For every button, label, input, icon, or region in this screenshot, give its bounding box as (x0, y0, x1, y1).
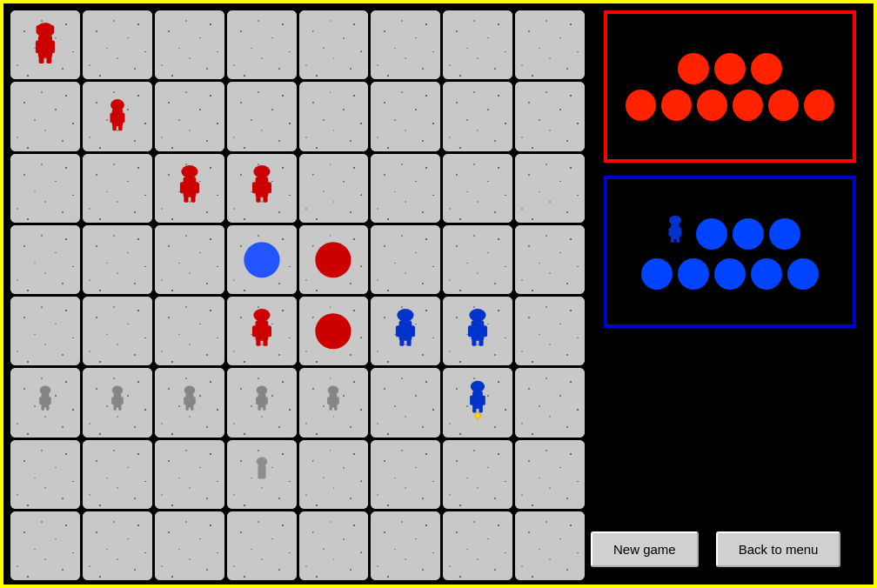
cell-3-4[interactable] (299, 225, 369, 294)
svg-rect-57 (113, 406, 116, 411)
cell-5-7[interactable] (515, 368, 585, 437)
svg-point-71 (328, 386, 338, 395)
svg-rect-79 (470, 396, 473, 405)
cell-3-0[interactable] (10, 225, 80, 294)
cell-5-0[interactable] (10, 368, 80, 437)
svg-rect-46 (479, 339, 484, 345)
cell-7-6[interactable] (443, 511, 512, 580)
cell-0-4[interactable] (299, 10, 369, 79)
buttons-panel: New game Back to menu (591, 531, 840, 567)
cell-4-1[interactable] (83, 297, 152, 365)
cell-3-1[interactable] (83, 225, 152, 294)
cell-6-3[interactable] (227, 440, 297, 509)
cell-2-2[interactable] (155, 154, 224, 223)
cell-3-6[interactable] (443, 225, 512, 294)
cell-1-3[interactable] (227, 82, 297, 150)
cell-5-4[interactable] (299, 368, 369, 437)
back-to-menu-button[interactable]: Back to menu (716, 531, 841, 567)
cell-0-6[interactable] (443, 10, 512, 79)
svg-point-41 (470, 309, 486, 322)
blue-score-box (604, 176, 856, 328)
svg-rect-42 (472, 320, 485, 341)
svg-rect-10 (110, 113, 114, 123)
cell-5-1[interactable] (83, 368, 152, 437)
cell-2-4[interactable] (299, 154, 369, 223)
cell-4-3[interactable] (227, 297, 297, 365)
cell-6-0[interactable] (10, 440, 80, 509)
blue-dot (678, 258, 709, 290)
red-dot (714, 53, 746, 84)
svg-rect-21 (255, 177, 268, 198)
cell-5-2[interactable] (155, 368, 224, 437)
svg-rect-62 (192, 398, 195, 404)
cell-2-7[interactable] (515, 154, 585, 223)
cell-6-5[interactable] (371, 440, 440, 509)
svg-rect-60 (185, 394, 193, 408)
svg-rect-39 (400, 339, 405, 345)
svg-rect-7 (50, 25, 54, 34)
cell-3-5[interactable] (371, 225, 440, 294)
svg-rect-72 (330, 394, 338, 408)
svg-rect-31 (266, 325, 271, 337)
cell-0-0[interactable] (10, 10, 80, 79)
cell-2-6[interactable] (443, 154, 512, 223)
cell-7-5[interactable] (371, 511, 440, 580)
cell-1-4[interactable] (299, 82, 369, 150)
svg-rect-43 (468, 325, 473, 337)
cell-0-7[interactable] (515, 10, 585, 79)
cell-2-1[interactable] (83, 154, 152, 223)
svg-rect-19 (191, 197, 195, 203)
cell-6-4[interactable] (299, 440, 369, 509)
cell-5-3[interactable] (227, 368, 297, 437)
cell-6-2[interactable] (155, 440, 224, 509)
svg-rect-78 (472, 391, 483, 410)
cell-1-1[interactable] (83, 82, 152, 150)
svg-rect-38 (410, 325, 415, 337)
cell-2-3[interactable] (227, 154, 297, 223)
new-game-button[interactable]: New game (591, 531, 699, 567)
cell-3-2[interactable] (155, 225, 224, 294)
cell-7-7[interactable] (515, 511, 585, 580)
svg-rect-29 (255, 320, 268, 341)
cell-7-2[interactable] (155, 511, 224, 580)
cell-2-5[interactable] (371, 154, 440, 223)
cell-4-0[interactable] (10, 297, 80, 365)
cell-5-5[interactable] (371, 368, 440, 437)
cell-0-2[interactable] (155, 10, 224, 79)
cell-0-3[interactable] (227, 10, 297, 79)
cell-3-7[interactable] (515, 225, 585, 294)
cell-6-1[interactable] (83, 440, 152, 509)
svg-rect-49 (39, 398, 42, 404)
svg-rect-76 (335, 406, 338, 411)
red-dot (804, 90, 834, 121)
cell-4-6[interactable] (443, 297, 512, 365)
cell-7-1[interactable] (83, 511, 152, 580)
cell-5-6[interactable] (443, 368, 512, 437)
cell-7-0[interactable] (10, 511, 80, 580)
cell-4-4[interactable] (299, 297, 369, 365)
cell-7-4[interactable] (299, 511, 369, 580)
game-board (10, 10, 585, 580)
cell-1-0[interactable] (10, 82, 80, 150)
cell-3-3[interactable] (227, 225, 297, 294)
cell-6-7[interactable] (515, 440, 585, 509)
svg-point-86 (669, 215, 681, 224)
svg-rect-32 (256, 339, 260, 345)
cell-2-0[interactable] (10, 154, 80, 223)
cell-1-7[interactable] (515, 82, 585, 150)
cell-0-1[interactable] (83, 10, 152, 79)
cell-1-2[interactable] (155, 82, 224, 150)
svg-rect-22 (252, 183, 258, 194)
red-dot (678, 53, 709, 84)
cell-1-6[interactable] (443, 82, 512, 150)
cell-4-5[interactable] (371, 297, 440, 365)
cell-0-5[interactable] (371, 10, 440, 79)
cell-7-3[interactable] (227, 511, 297, 580)
cell-4-2[interactable] (155, 297, 224, 365)
svg-rect-89 (679, 228, 682, 236)
cell-1-5[interactable] (371, 82, 440, 150)
cell-4-7[interactable] (515, 297, 585, 365)
red-score-dots (617, 44, 843, 130)
cell-6-6[interactable] (443, 440, 512, 509)
blue-dot (733, 218, 764, 250)
